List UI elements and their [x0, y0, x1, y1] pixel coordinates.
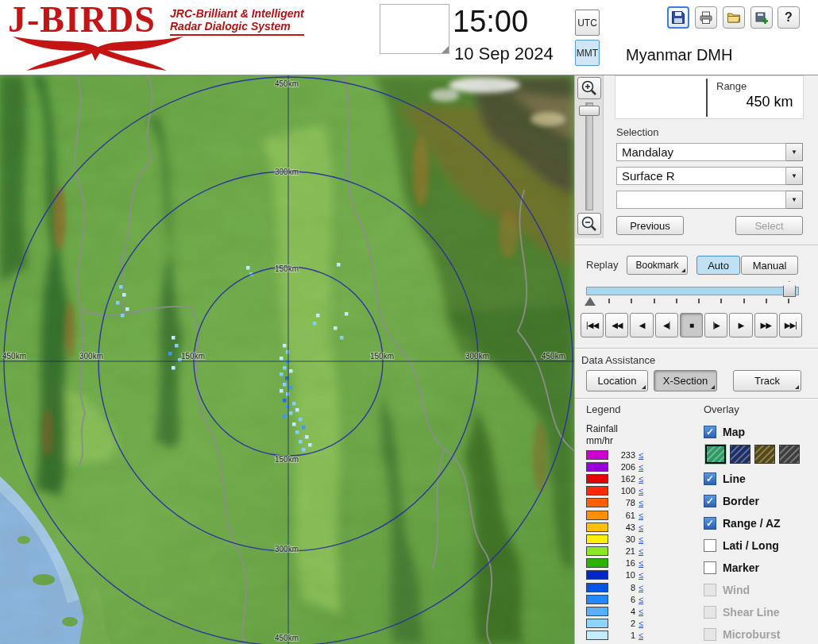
overlay-checkbox[interactable] [704, 584, 716, 596]
legend-threshold-link[interactable]: ≤ [639, 486, 643, 496]
overlay-checkbox[interactable]: ✓ [704, 426, 716, 438]
legend-threshold-link[interactable]: ≤ [639, 523, 643, 532]
print-button[interactable] [695, 6, 717, 29]
zoom-slider-track[interactable] [585, 102, 593, 210]
legend-value: 206 [608, 462, 635, 472]
legend-color-swatch [586, 462, 608, 472]
x-section-button[interactable]: X-Section [654, 370, 717, 391]
rain-cell [175, 344, 179, 348]
rain-cell [283, 366, 287, 370]
playback-first-button[interactable]: |◀◀ [581, 313, 604, 337]
dropdown-1-value[interactable]: Mandalay [616, 143, 786, 161]
overlay-item-label: Border [723, 495, 759, 507]
overlay-checkbox[interactable] [704, 539, 716, 552]
open-folder-button[interactable] [723, 6, 745, 29]
playback-step-forward-button[interactable]: |▶ [704, 313, 727, 337]
legend-title-rainfall: Rainfall [586, 423, 618, 434]
rain-cell [122, 293, 126, 297]
playback-play-button[interactable]: ▶ [729, 313, 752, 337]
manual-button[interactable]: Manual [741, 256, 798, 275]
legend-color-swatch [586, 523, 608, 532]
legend-color-swatch [586, 558, 608, 568]
map-range-label: 150km [275, 264, 299, 273]
replay-tick [766, 299, 767, 303]
legend-row: 1≤ [586, 630, 677, 642]
data-assistance-label: Data Assistance [581, 354, 655, 366]
legend-threshold-link[interactable]: ≤ [639, 511, 643, 520]
map-style-olive[interactable] [754, 445, 775, 464]
rain-cell [302, 426, 306, 430]
map-style-green[interactable] [705, 445, 726, 464]
overlay-checkbox[interactable] [704, 561, 716, 574]
legend-threshold-link[interactable]: ≤ [639, 534, 643, 544]
legend-row: 30≤ [586, 533, 677, 545]
replay-slider-track[interactable] [586, 287, 799, 295]
legend-threshold-link[interactable]: ≤ [639, 570, 643, 580]
overlay-label: Overlay [704, 403, 739, 415]
legend-threshold-link[interactable]: ≤ [639, 583, 643, 592]
legend-threshold-link[interactable]: ≤ [639, 595, 643, 604]
legend-threshold-link[interactable]: ≤ [639, 474, 643, 484]
replay-ticks [608, 299, 789, 303]
rain-cell [280, 389, 284, 393]
legend-row: 4≤ [586, 605, 677, 617]
help-button[interactable]: ? [777, 6, 800, 29]
legend-threshold-link[interactable]: ≤ [639, 546, 643, 556]
import-button[interactable] [750, 6, 773, 29]
playback-stop-button[interactable]: ■ [680, 313, 703, 337]
zoom-in-button[interactable] [577, 77, 601, 99]
radar-map-display[interactable]: 450km300km150km150km300km450km450km300km… [0, 75, 574, 644]
previous-button[interactable]: Previous [616, 216, 684, 235]
map-style-gray[interactable] [779, 445, 800, 464]
legend-row: 2≤ [586, 618, 677, 630]
playback-fast-forward-button[interactable]: ▶▶ [754, 313, 777, 337]
legend-threshold-link[interactable]: ≤ [639, 558, 643, 568]
playback-play-reverse-button[interactable]: ◀ [630, 313, 653, 337]
rain-cell [302, 448, 306, 452]
legend-threshold-link[interactable]: ≤ [639, 619, 643, 628]
playback-last-button[interactable]: ▶▶| [779, 313, 802, 337]
playback-rewind-button[interactable]: ◀◀ [605, 313, 628, 337]
auto-button[interactable]: Auto [696, 256, 740, 275]
map-range-label: 300km [465, 352, 489, 361]
legend-row: 78≤ [586, 497, 677, 509]
dropdown-3-arrow-button[interactable]: ▼ [786, 191, 803, 209]
utc-toggle-button[interactable]: UTC [575, 10, 600, 36]
dropdown-2-arrow-button[interactable]: ▼ [786, 167, 803, 185]
rain-cell [313, 322, 317, 326]
save-button[interactable] [667, 6, 689, 29]
replay-slider-thumb[interactable] [783, 281, 796, 297]
legend-threshold-link[interactable]: ≤ [639, 498, 643, 507]
legend-threshold-link[interactable]: ≤ [639, 631, 643, 640]
track-button[interactable]: Track [733, 370, 801, 391]
dropdown-3-value[interactable] [616, 191, 786, 209]
rain-cell [340, 336, 344, 340]
legend-value: 1 [608, 631, 635, 640]
zoom-out-button[interactable] [577, 213, 601, 235]
overlay-checkbox[interactable] [704, 606, 716, 619]
dropdown-1-arrow-button[interactable]: ▼ [786, 143, 803, 161]
overlay-checkbox[interactable]: ✓ [704, 517, 716, 530]
overlay-item-wind: Wind [704, 580, 818, 599]
legend-threshold-link[interactable]: ≤ [639, 462, 643, 472]
rain-cell [121, 314, 125, 318]
zoom-slider-thumb[interactable] [579, 106, 600, 116]
legend-value: 6 [608, 595, 635, 604]
overlay-checkbox[interactable] [704, 628, 716, 641]
overlay-checkbox[interactable]: ✓ [704, 472, 716, 485]
legend-threshold-link[interactable]: ≤ [639, 607, 643, 616]
legend-value: 21 [608, 546, 635, 556]
legend-row: 21≤ [586, 546, 677, 557]
overlay-item-map: ✓Map [704, 422, 818, 441]
location-button[interactable]: Location [586, 370, 648, 391]
playback-step-back-button[interactable]: ◀| [655, 313, 678, 337]
separator [575, 398, 818, 399]
dropdown-2-value[interactable]: Surface R [616, 167, 786, 185]
mmt-toggle-button[interactable]: MMT [575, 40, 600, 66]
legend-threshold-link[interactable]: ≤ [639, 450, 643, 460]
map-style-navy[interactable] [730, 445, 750, 464]
select-button[interactable]: Select [735, 216, 803, 235]
bookmark-button[interactable]: Bookmark [627, 256, 688, 275]
overlay-item-microburst: Microburst [704, 625, 818, 643]
overlay-checkbox[interactable]: ✓ [704, 495, 716, 507]
